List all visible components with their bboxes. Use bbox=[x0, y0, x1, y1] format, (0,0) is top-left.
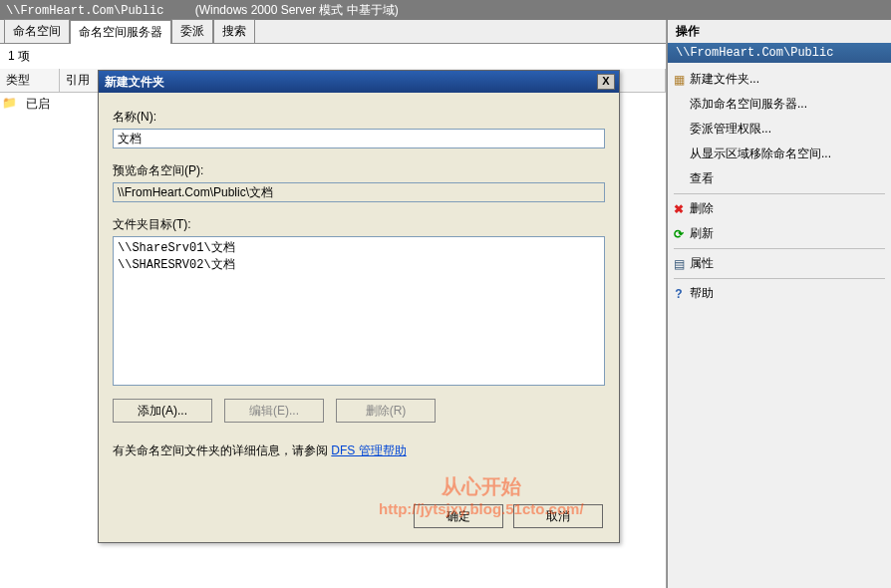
help-text: 有关命名空间文件夹的详细信息，请参阅 bbox=[113, 443, 331, 457]
item-count: 1 项 bbox=[0, 44, 666, 69]
preview-input bbox=[113, 182, 605, 202]
help-link[interactable]: DFS 管理帮助 bbox=[331, 443, 406, 457]
action-label: 从显示区域移除命名空间... bbox=[690, 146, 831, 162]
action-item-9[interactable]: ▤属性 bbox=[668, 251, 891, 276]
delete-target-button: 删除(R) bbox=[336, 399, 436, 423]
actions-head: 操作 bbox=[668, 20, 891, 43]
name-label: 名称(N): bbox=[113, 109, 605, 126]
dialog-titlebar[interactable]: 新建文件夹 X bbox=[99, 71, 619, 93]
col-type[interactable]: 类型 bbox=[0, 69, 60, 92]
title-mode: (Windows 2000 Server 模式 中基于域) bbox=[195, 3, 399, 17]
action-item-4[interactable]: 查看 bbox=[668, 166, 891, 191]
ok-button[interactable]: 确定 bbox=[414, 504, 503, 528]
newfolder-icon: ▦ bbox=[672, 73, 686, 87]
ref-icon: ⟳ bbox=[672, 227, 686, 241]
actions-subhead: \\FromHeart.Com\Public bbox=[668, 43, 891, 63]
action-item-6[interactable]: ✖删除 bbox=[668, 196, 891, 221]
targets-list[interactable] bbox=[113, 236, 605, 386]
prop-icon: ▤ bbox=[672, 257, 686, 271]
action-label: 新建文件夹... bbox=[690, 71, 759, 88]
action-label: 查看 bbox=[690, 170, 714, 187]
action-label: 帮助 bbox=[690, 285, 714, 302]
action-label: 刷新 bbox=[690, 225, 714, 242]
actions-pane: 操作 \\FromHeart.Com\Public ▦新建文件夹...添加命名空… bbox=[667, 20, 891, 588]
action-item-2[interactable]: 委派管理权限... bbox=[668, 117, 891, 142]
action-item-1[interactable]: 添加命名空间服务器... bbox=[668, 92, 891, 117]
targets-label: 文件夹目标(T): bbox=[113, 216, 605, 233]
actions-separator bbox=[674, 248, 885, 249]
action-item-3[interactable]: 从显示区域移除命名空间... bbox=[668, 142, 891, 166]
action-label: 委派管理权限... bbox=[690, 121, 771, 138]
action-item-7[interactable]: ⟳刷新 bbox=[668, 221, 891, 246]
crossX-icon: ✖ bbox=[672, 202, 686, 216]
action-label: 删除 bbox=[690, 200, 714, 217]
title-path: \\FromHeart.Com\Public bbox=[6, 4, 163, 18]
tab-namespace[interactable]: 命名空间 bbox=[4, 19, 70, 43]
help-icon: ? bbox=[672, 287, 686, 301]
new-folder-dialog: 新建文件夹 X 名称(N): 预览命名空间(P): 文件夹目标(T): 添加(A… bbox=[98, 70, 620, 543]
row-ref-cell: 已启 bbox=[26, 96, 50, 113]
tab-delegation[interactable]: 委派 bbox=[171, 19, 213, 43]
edit-button: 编辑(E)... bbox=[224, 399, 324, 423]
preview-label: 预览命名空间(P): bbox=[113, 162, 605, 179]
row-type-cell bbox=[18, 96, 26, 113]
actions-separator bbox=[674, 193, 885, 194]
tab-search[interactable]: 搜索 bbox=[213, 19, 255, 43]
action-item-0[interactable]: ▦新建文件夹... bbox=[668, 67, 891, 92]
cancel-button[interactable]: 取消 bbox=[513, 504, 603, 528]
folder-icon: 📁 bbox=[0, 96, 18, 113]
name-input[interactable] bbox=[113, 129, 605, 148]
tabs-bar: 命名空间 命名空间服务器 委派 搜索 bbox=[0, 20, 666, 44]
dialog-title: 新建文件夹 bbox=[105, 74, 164, 91]
window-titlebar: \\FromHeart.Com\Public (Windows 2000 Ser… bbox=[0, 0, 891, 20]
actions-separator bbox=[674, 278, 885, 279]
help-row: 有关命名空间文件夹的详细信息，请参阅 DFS 管理帮助 bbox=[113, 442, 605, 459]
add-button[interactable]: 添加(A)... bbox=[113, 399, 212, 423]
action-label: 属性 bbox=[690, 255, 714, 272]
action-item-11[interactable]: ?帮助 bbox=[668, 281, 891, 306]
action-label: 添加命名空间服务器... bbox=[690, 96, 807, 113]
tab-namespace-servers[interactable]: 命名空间服务器 bbox=[70, 20, 171, 44]
close-button[interactable]: X bbox=[597, 74, 615, 90]
